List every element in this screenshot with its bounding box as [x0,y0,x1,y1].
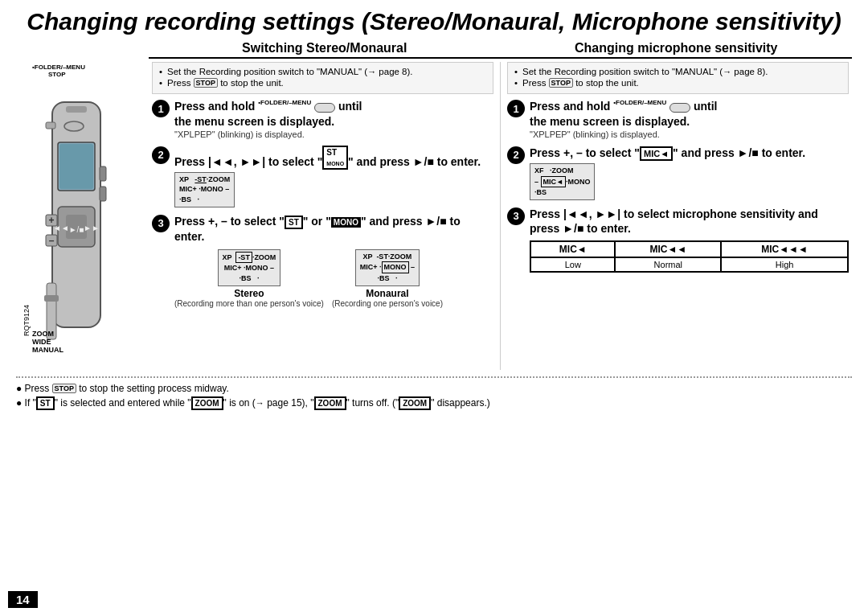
svg-rect-2 [59,144,93,189]
left-intro-bullet-1: Set the Recording position switch to "MA… [159,67,486,76]
right-step-1-text: Press and hold •FOLDER/–MENU until the m… [530,99,849,128]
right-step-2-screen: XF ·ZOOM – MIC◄·MONO ·BS [530,163,595,200]
svg-rect-4 [100,166,106,181]
svg-text:►►: ►► [84,224,100,232]
right-step-2-text: Press +, – to select "MIC◄" and press ►/… [530,146,849,161]
svg-rect-3 [66,106,87,113]
page-number: 14 [8,591,38,608]
left-step-3-content: Press +, – to select "ST" or "MONO" and … [174,214,493,308]
svg-point-7 [64,121,84,131]
svg-text:–: – [49,235,55,246]
stereo-screen: XP -ST·ZOOM MIC+ ·MONO – ·BS · [218,249,281,286]
stop-label-top: STOP [48,71,149,78]
left-intro-bullets: Set the Recording position switch to "MA… [152,62,493,95]
stereo-screen-block: XP -ST·ZOOM MIC+ ·MONO – ·BS · Stereo (R… [174,247,324,308]
oval-button-icon-right1 [669,103,690,113]
stop-badge-left: STOP [194,78,218,88]
left-step-2: 2 Press |◄◄, ►►| to select "STMONO" and … [152,146,493,207]
svg-rect-5 [100,187,106,201]
page-wrapper: Changing recording settings (Stereo/Mona… [0,0,868,616]
right-intro-bullet-1: Set the Recording position switch to "MA… [514,67,841,76]
mic-normal-icon: MIC◄◄ [615,241,721,257]
left-col-header: Switching Stereo/Monaural [149,41,501,59]
zoom-label: ZOOM [32,330,63,338]
oval-button-icon-left1 [314,103,335,113]
left-step-3: 3 Press +, – to select "ST" or "MONO" an… [152,214,493,308]
stop-badge-bottom: STOP [52,384,76,393]
wide-label: WIDE [32,338,63,346]
right-step-1-content: Press and hold •FOLDER/–MENU until the m… [530,99,849,138]
stop-badge-right: STOP [549,78,573,88]
right-step-1-num: 1 [507,100,525,117]
columns-header: Switching Stereo/Monaural Changing micro… [149,41,852,59]
left-step-1-sub: "XPLPEP" (blinking) is displayed. [174,129,493,139]
svg-rect-18 [44,295,59,302]
svg-text:►/■: ►/■ [69,225,84,234]
bottom-note-2: ● If "ST" is selected and entered while … [16,396,852,410]
bottom-note-1: ● Press STOP to stop the setting process… [16,383,852,394]
right-section: Set the Recording position switch to "MA… [501,62,852,370]
left-step-1: 1 Press and hold •FOLDER/–MENU until the… [152,99,493,138]
left-step-2-content: Press |◄◄, ►►| to select "STMONO" and pr… [174,146,493,207]
right-step-3-num: 3 [507,207,525,225]
folder-menu-top-label: •FOLDER/–MENU [32,64,149,71]
main-content: •FOLDER/–MENU STOP [16,62,852,370]
right-step-1: 1 Press and hold •FOLDER/–MENU until the… [507,99,849,138]
left-step-1-content: Press and hold •FOLDER/–MENU until the m… [174,99,493,138]
left-step-2-screen: XP -ST·ZOOM MIC+ ·MONO – ·BS · [174,172,235,207]
right-step-3-content: Press |◄◄, ►►| to select microphone sens… [530,207,849,273]
right-step-2-num: 2 [507,146,525,164]
right-content: Set the Recording position switch to "MA… [149,62,852,370]
right-step-3-text: Press |◄◄, ►►| to select microphone sens… [530,207,849,236]
rqt-number: RQT9124 [23,305,31,336]
left-step-3-num: 3 [152,215,170,232]
left-step-2-text: Press |◄◄, ►►| to select "STMONO" and pr… [174,146,493,170]
main-title: Changing recording settings (Stereo/Mona… [16,8,852,36]
svg-rect-6 [46,122,55,129]
right-col-header: Changing microphone sensitivity [501,41,853,59]
right-step-1-sub: "XPLPEP" (blinking) is displayed. [530,129,849,139]
device-illustration: + – ◄◄ ►/■ ►► [24,78,129,368]
monaural-sublabel: (Recording one person's voice) [332,299,443,308]
monaural-screen-block: XP -ST·ZOOM MIC+ ·MONO – ·BS · Monaural … [332,247,443,308]
right-step-2-content: Press +, – to select "MIC◄" and press ►/… [530,146,849,200]
left-screens-row: XP -ST·ZOOM MIC+ ·MONO – ·BS · Stereo (R… [174,247,493,308]
mic-high-label: High [721,257,848,272]
monaural-screen: XP -ST·ZOOM MIC+ ·MONO – ·BS · [355,249,420,286]
mic-normal-label: Normal [615,257,721,272]
left-intro-bullet-2: Press STOP to stop the unit. [159,78,486,88]
right-step-2: 2 Press +, – to select "MIC◄" and press … [507,146,849,200]
device-column: •FOLDER/–MENU STOP [16,62,149,370]
right-intro-bullet-2: Press STOP to stop the unit. [514,78,841,88]
left-step-3-text: Press +, – to select "ST" or "MONO" and … [174,214,493,244]
mic-sensitivity-table: MIC◄ MIC◄◄ MIC◄◄◄ Low Normal High [530,240,849,273]
mic-low-icon: MIC◄ [530,241,615,257]
left-section: Set the Recording position switch to "MA… [149,62,501,370]
stereo-sublabel: (Recording more than one person's voice) [174,299,324,308]
zoom-wide-manual-labels: ZOOM WIDE MANUAL [32,330,63,354]
manual-label: MANUAL [32,346,63,354]
left-step-1-num: 1 [152,100,170,117]
bottom-section: ● Press STOP to stop the setting process… [16,376,852,410]
stereo-label: Stereo [174,288,324,299]
left-step-2-num: 2 [152,146,170,164]
mic-high-icon: MIC◄◄◄ [721,241,848,257]
monaural-label: Monaural [332,288,443,299]
mic-low-label: Low [530,257,615,272]
svg-text:◄◄: ◄◄ [53,224,69,232]
right-intro-bullets: Set the Recording position switch to "MA… [507,62,849,95]
left-step-1-text: Press and hold •FOLDER/–MENU until the m… [174,99,493,128]
right-step-3: 3 Press |◄◄, ►►| to select microphone se… [507,207,849,273]
